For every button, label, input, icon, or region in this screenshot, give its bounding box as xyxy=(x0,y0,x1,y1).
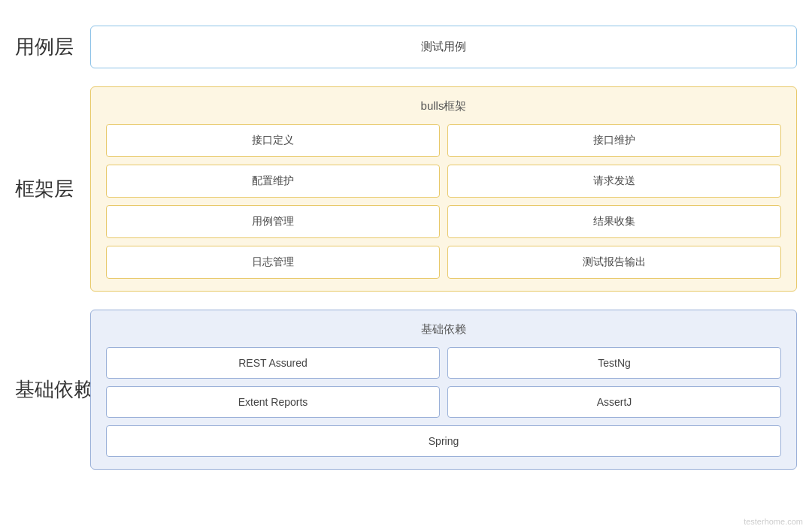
framework-cell-0: 接口定义 xyxy=(106,124,440,157)
framework-title: bulls框架 xyxy=(106,99,781,113)
framework-outer-box: bulls框架 接口定义 接口维护 配置维护 请求发送 用例管理 结果收集 日志… xyxy=(90,86,797,292)
foundation-row: 基础依赖 基础依赖 REST Assured TestNg Extent Rep… xyxy=(15,310,797,470)
use-case-box-label: 测试用例 xyxy=(421,40,466,54)
use-case-label: 用例层 xyxy=(15,34,75,60)
use-case-box: 测试用例 xyxy=(90,26,797,68)
foundation-label: 基础依赖 xyxy=(15,376,75,403)
watermark: testerhome.com xyxy=(744,517,803,526)
foundation-cell-extent: Extent Reports xyxy=(106,386,440,418)
foundation-cell-assertj: AssertJ xyxy=(447,386,781,418)
page-container: 用例层 测试用例 框架层 bulls框架 接口定义 接口维护 配置维护 请求发送… xyxy=(15,11,797,521)
use-case-row: 用例层 测试用例 xyxy=(15,26,797,68)
framework-label: 框架层 xyxy=(15,176,75,202)
foundation-title: 基础依赖 xyxy=(106,322,781,337)
foundation-cell-testng: TestNg xyxy=(447,347,781,379)
foundation-cell-rest: REST Assured xyxy=(106,347,440,379)
framework-cell-3: 请求发送 xyxy=(447,165,781,198)
foundation-grid: REST Assured TestNg Extent Reports Asser… xyxy=(106,347,781,418)
framework-cell-6: 日志管理 xyxy=(106,246,440,279)
framework-cell-1: 接口维护 xyxy=(447,124,781,157)
foundation-outer-box: 基础依赖 REST Assured TestNg Extent Reports … xyxy=(90,310,797,470)
framework-row: 框架层 bulls框架 接口定义 接口维护 配置维护 请求发送 用例管理 结果收… xyxy=(15,86,797,292)
use-case-content: 测试用例 xyxy=(90,26,797,68)
framework-cell-5: 结果收集 xyxy=(447,205,781,238)
foundation-cell-spring: Spring xyxy=(106,425,781,457)
foundation-content: 基础依赖 REST Assured TestNg Extent Reports … xyxy=(90,310,797,470)
framework-grid: 接口定义 接口维护 配置维护 请求发送 用例管理 结果收集 日志管理 测试报告输… xyxy=(106,124,781,279)
framework-cell-4: 用例管理 xyxy=(106,205,440,238)
foundation-bottom: Spring xyxy=(106,425,781,457)
framework-content: bulls框架 接口定义 接口维护 配置维护 请求发送 用例管理 结果收集 日志… xyxy=(90,86,797,292)
framework-cell-2: 配置维护 xyxy=(106,165,440,198)
framework-cell-7: 测试报告输出 xyxy=(447,246,781,279)
